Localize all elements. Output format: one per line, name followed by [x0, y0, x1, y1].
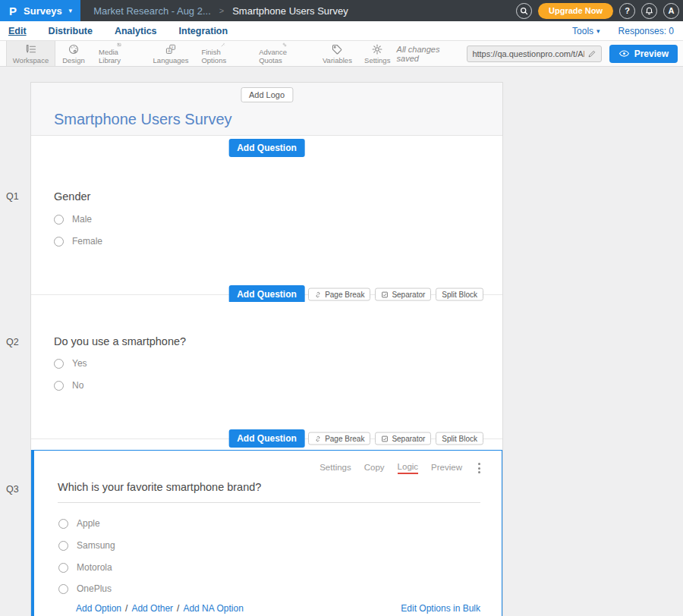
- kebab-menu-icon[interactable]: [475, 461, 483, 475]
- editor-toolbar: Workspace Design Media Library x A Langu…: [0, 41, 683, 67]
- search-button[interactable]: [516, 3, 532, 19]
- toolbar-item-label: Settings: [364, 56, 390, 64]
- option-label[interactable]: Samsung: [77, 540, 115, 551]
- surveys-menu[interactable]: P Surveys: [0, 0, 80, 21]
- toolbar-item-variables[interactable]: Variables: [316, 41, 358, 66]
- toolbar-item-workspace[interactable]: Workspace: [6, 41, 55, 66]
- top-bar: P Surveys Market Research - Aug 2... Sma…: [0, 0, 683, 21]
- radio-button[interactable]: [58, 584, 68, 594]
- chevron-down-icon: [596, 27, 600, 35]
- radio-button[interactable]: [54, 381, 64, 391]
- block-divider-row: Add Question Page Break Separator: [31, 431, 502, 446]
- upgrade-now-button[interactable]: Upgrade Now: [538, 3, 613, 19]
- split-block-button[interactable]: Split Block: [436, 432, 483, 445]
- option-label[interactable]: OnePlus: [77, 583, 112, 594]
- link-separator: /: [125, 603, 127, 614]
- wand-icon: [217, 42, 229, 47]
- option-label[interactable]: Female: [72, 236, 102, 247]
- add-option-link[interactable]: Add Option: [76, 603, 121, 614]
- tab-edit[interactable]: Edit: [8, 24, 27, 38]
- tools-label: Tools: [572, 26, 593, 36]
- survey-card: Add Logo Smartphone Users Survey Add Que…: [30, 82, 503, 616]
- survey-title[interactable]: Smartphone Users Survey: [54, 111, 232, 128]
- breadcrumb-current: Smartphone Users Survey: [232, 5, 348, 17]
- option-label[interactable]: Male: [72, 214, 92, 225]
- question-block-q2[interactable]: Do you use a smartphone? Yes No: [31, 302, 502, 431]
- separator-button[interactable]: Separator: [375, 288, 431, 301]
- radio-button[interactable]: [54, 359, 64, 369]
- notifications-button[interactable]: [641, 3, 657, 19]
- question-menu-logic[interactable]: Logic: [398, 462, 419, 474]
- survey-editor-canvas: Q1 Q2 Q3 Add Logo Smartphone Users Surve…: [0, 67, 683, 616]
- edit-options-in-bulk-link[interactable]: Edit Options in Bulk: [401, 603, 480, 614]
- tab-analytics[interactable]: Analytics: [114, 24, 158, 38]
- pencil-icon[interactable]: [587, 49, 596, 58]
- preview-button[interactable]: Preview: [609, 45, 678, 63]
- toolbar-item-finish-options[interactable]: Finish Options: [194, 41, 252, 66]
- radio-button[interactable]: [54, 215, 64, 225]
- chain-icon: [279, 42, 291, 47]
- toolbar-item-settings[interactable]: Settings: [358, 41, 397, 66]
- question-menu-preview[interactable]: Preview: [431, 463, 462, 473]
- survey-url-box: [467, 46, 601, 62]
- question-text[interactable]: Gender: [54, 190, 90, 203]
- tools-menu[interactable]: Tools: [572, 26, 600, 36]
- toolbar-item-label: Workspace: [13, 56, 49, 64]
- option-label[interactable]: No: [72, 380, 83, 391]
- option-label[interactable]: Motorola: [77, 562, 112, 573]
- add-question-button[interactable]: Add Question: [228, 429, 305, 448]
- toolbar-item-media-library[interactable]: Media Library: [92, 41, 147, 66]
- question-text[interactable]: Do you use a smartphone?: [54, 335, 186, 347]
- split-block-label: Split Block: [442, 291, 477, 299]
- radio-button[interactable]: [58, 519, 68, 529]
- split-block-label: Split Block: [442, 435, 477, 443]
- split-block-button[interactable]: Split Block: [436, 288, 483, 301]
- survey-url-input[interactable]: [472, 49, 584, 58]
- answer-option: Male: [54, 214, 92, 225]
- answer-option: Yes: [54, 358, 87, 369]
- breadcrumb-separator-icon: [219, 6, 224, 15]
- tab-integration[interactable]: Integration: [178, 24, 229, 38]
- eye-icon: [618, 49, 630, 58]
- toolbar-item-label: Finish Options: [201, 48, 245, 64]
- survey-header-band: Add Logo Smartphone Users Survey: [31, 83, 502, 136]
- toolbar-item-design[interactable]: Design: [55, 41, 92, 66]
- separator-icon: [381, 291, 389, 298]
- avatar[interactable]: A: [663, 3, 679, 19]
- tab-distribute[interactable]: Distribute: [48, 24, 93, 38]
- toolbar-item-languages[interactable]: x A Languages: [147, 41, 195, 66]
- breadcrumb-parent[interactable]: Market Research - Aug 2...: [93, 5, 211, 17]
- separator-icon: [381, 435, 389, 442]
- add-logo-button[interactable]: Add Logo: [241, 87, 293, 102]
- page-break-button[interactable]: Page Break: [308, 288, 370, 301]
- nav-tabs-bar: Edit Distribute Analytics Integration To…: [0, 21, 683, 41]
- question-block-q1[interactable]: Add Question Gender Male Female: [31, 136, 502, 287]
- radio-button[interactable]: [58, 563, 68, 573]
- question-menu-copy[interactable]: Copy: [364, 463, 385, 473]
- option-label[interactable]: Yes: [72, 358, 87, 369]
- add-question-button[interactable]: Add Question: [228, 285, 305, 303]
- chevron-down-icon: [69, 7, 73, 14]
- toolbar-item-advance-quotas[interactable]: Advance Quotas: [252, 41, 316, 66]
- toolbar-item-label: Design: [62, 56, 85, 64]
- question-text[interactable]: Which is your favorite smartphone brand?: [58, 481, 261, 493]
- add-question-button[interactable]: Add Question: [228, 139, 305, 157]
- topbar-actions: Upgrade Now ? A: [516, 3, 683, 19]
- divider-utilities: Page Break Separator Split Block: [308, 288, 483, 301]
- add-na-option-link[interactable]: Add NA Option: [183, 603, 243, 614]
- help-button[interactable]: ?: [619, 3, 635, 19]
- link-separator: /: [177, 603, 179, 614]
- palette-icon: [68, 43, 80, 55]
- bell-icon: [644, 6, 654, 16]
- page-break-icon: [314, 435, 322, 442]
- radio-button[interactable]: [58, 541, 68, 551]
- option-label[interactable]: Apple: [77, 518, 100, 529]
- separator-button[interactable]: Separator: [375, 432, 431, 445]
- add-other-link[interactable]: Add Other: [131, 603, 173, 614]
- responses-count[interactable]: Responses: 0: [618, 26, 674, 36]
- page-break-button[interactable]: Page Break: [308, 432, 370, 445]
- toolbar-item-label: Languages: [153, 56, 189, 64]
- radio-button[interactable]: [54, 237, 64, 247]
- question-block-q3-selected[interactable]: Settings Copy Logic Preview Which is you…: [31, 450, 502, 616]
- question-menu-settings[interactable]: Settings: [319, 463, 351, 473]
